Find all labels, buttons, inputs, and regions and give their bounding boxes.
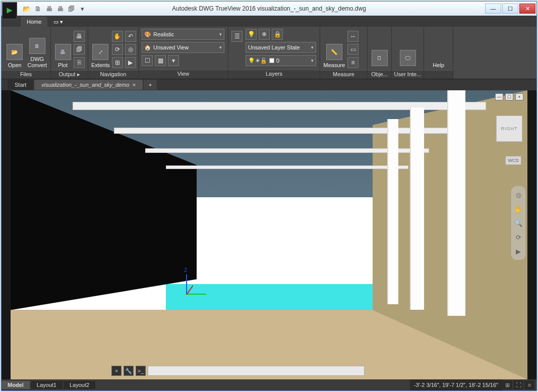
qat-dropdown-icon[interactable]: ▾ [77, 4, 87, 14]
tab-quick-dropdown[interactable]: ▭ ▾ [49, 17, 67, 27]
panel-title-ui[interactable]: User Inte... [392, 70, 424, 79]
view-manager-icon[interactable]: ☐ [142, 55, 153, 66]
object-properties-button[interactable]: 🗒 [371, 29, 388, 68]
tab-new-drawing[interactable]: + [144, 80, 157, 90]
layer-off-icon[interactable]: 💡 [246, 29, 257, 40]
layer-state-dropdown[interactable]: Unsaved Layer State [246, 42, 316, 53]
layer-freeze-icon[interactable]: ❄ [259, 29, 270, 40]
title-bar: 📂 🗎 🖶 🖶 🗐 ▾ Autodesk DWG TrueView 2016 v… [2, 2, 536, 16]
bulb-icon: 💡 [248, 58, 255, 64]
coordinates-readout: -3'-2 3/16", 19'-7 1/2", 18'-2 15/16" [410, 379, 502, 390]
tab-model[interactable]: Model [2, 381, 30, 389]
render-beam [114, 128, 455, 134]
current-layer-dropdown[interactable]: 💡 ☀ 🔓 0 [246, 55, 316, 66]
status-icon-1[interactable]: ⊞ [502, 380, 512, 389]
cmd-close-icon[interactable]: × [111, 366, 122, 376]
render-beam [145, 148, 430, 153]
status-icon-3[interactable]: ≡ [524, 380, 534, 389]
extents-button[interactable]: ⤢Extents [91, 29, 110, 68]
right-gutter [527, 90, 536, 379]
panel-navigation: ⤢Extents ✋ ⟳ ⊞ ↶ ◎ ▶ Navigation [88, 27, 139, 79]
panel-files: 📂Open 🗎DWG Convert Files [2, 27, 51, 79]
panel-title-files: Files [2, 70, 50, 79]
window-title: Autodesk DWG TrueView 2016 visualization… [172, 5, 366, 12]
navigation-bar: ◎ ✋ 🔍 ⟳ ▶ [511, 186, 525, 260]
panel-title-help [424, 70, 453, 79]
window-controls: — ☐ ✕ [485, 4, 536, 14]
status-toggles: ⊞ ⛶ ≡ [502, 380, 536, 389]
nav-wheel-icon[interactable]: ◎ [513, 190, 523, 200]
save-icon[interactable]: 🗎 [33, 4, 43, 14]
export-icon[interactable]: ⎘ [74, 57, 85, 68]
page-setup-icon[interactable]: 🗐 [74, 44, 85, 55]
vp-minimize-icon[interactable]: — [495, 93, 503, 100]
plot-preview-icon[interactable]: 🖶 [55, 4, 65, 14]
panel-title-output[interactable]: Output ▸ [51, 70, 88, 79]
svg-marker-0 [7, 8, 12, 13]
user-interface-button[interactable]: 🖵 [395, 29, 421, 68]
command-input[interactable] [148, 366, 365, 376]
close-button[interactable]: ✕ [519, 4, 535, 14]
print-icon[interactable]: 🖶 [44, 4, 54, 14]
steering-wheel-icon[interactable]: ◎ [125, 44, 136, 55]
orbit-icon[interactable]: ⟳ [112, 44, 123, 55]
properties-icon: 🗒 [372, 50, 388, 66]
vp-maximize-icon[interactable]: ☐ [505, 93, 513, 100]
left-gutter [2, 90, 11, 379]
pan-icon[interactable]: ✋ [112, 31, 123, 42]
open-folder-icon: 📂 [7, 44, 23, 60]
cmd-settings-icon[interactable]: 🔧 [124, 366, 134, 376]
panel-user-interface: 🖵 User Inte... [392, 27, 424, 79]
batch-plot-icon[interactable]: 🖶 [74, 31, 85, 42]
nav-showmotion-icon[interactable]: ▶ [513, 246, 523, 256]
lock-icon: 🔓 [260, 58, 267, 64]
ribbon: 📂Open 🗎DWG Convert Files 🖶Plot 🖶 🗐 ⎘ Out… [2, 27, 536, 79]
area-icon[interactable]: ▭ [347, 44, 358, 55]
layer-color-swatch [269, 58, 274, 63]
visual-style-dropdown[interactable]: 🎨Realistic [142, 29, 224, 40]
render-column [410, 107, 424, 310]
tab-drawing-active[interactable]: visualization_-_sun_and_sky_demo × [34, 80, 143, 90]
plot-button[interactable]: 🖶Plot [54, 29, 72, 68]
drawing-canvas[interactable]: Z — ☐ × RIGHT WCS ◎ ✋ 🔍 ⟳ ▶ × 🔧 >_ [11, 90, 527, 379]
open-icon[interactable]: 📂 [22, 4, 32, 14]
nav-zoom-icon[interactable]: 🔍 [513, 218, 523, 228]
viewport-area: Z — ☐ × RIGHT WCS ◎ ✋ 🔍 ⟳ ▶ × 🔧 >_ [2, 90, 536, 379]
layer-lock-icon[interactable]: 🔒 [272, 29, 283, 40]
view-icon: 🏠 [144, 44, 151, 51]
help-button[interactable]: Help [427, 29, 450, 68]
zoom-window-icon[interactable]: ⊞ [112, 57, 123, 68]
vp-close-icon[interactable]: × [515, 93, 523, 100]
open-button[interactable]: 📂Open [5, 29, 25, 68]
view-cube[interactable]: RIGHT [496, 116, 522, 142]
status-icon-2[interactable]: ⛶ [513, 380, 523, 389]
render-column [447, 90, 465, 316]
app-menu-button[interactable] [2, 2, 17, 19]
layer-properties-icon[interactable]: ☰ [231, 31, 243, 42]
tab-start[interactable]: Start [8, 80, 33, 90]
nav-pan-icon[interactable]: ✋ [513, 204, 523, 214]
zoom-previous-icon[interactable]: ↶ [125, 31, 136, 42]
minimize-button[interactable]: — [485, 4, 501, 14]
list-icon[interactable]: ≡ [347, 57, 358, 68]
publish-icon[interactable]: 🗐 [66, 4, 76, 14]
named-view-dropdown[interactable]: 🏠Unsaved View [142, 42, 224, 53]
view-more-icon[interactable]: ▾ [168, 55, 179, 66]
measure-button[interactable]: 📏Measure [323, 29, 345, 68]
tab-layout1[interactable]: Layout1 [31, 381, 63, 389]
distance-icon[interactable]: ↔ [347, 31, 358, 42]
nav-orbit-icon[interactable]: ⟳ [513, 232, 523, 242]
dwg-convert-button[interactable]: 🗎DWG Convert [27, 29, 48, 68]
cmd-prompt-icon[interactable]: >_ [136, 366, 146, 376]
tab-home[interactable]: Home [21, 17, 47, 27]
wcs-label[interactable]: WCS [505, 156, 521, 165]
maximize-button[interactable]: ☐ [502, 4, 518, 14]
tab-close-icon[interactable]: × [133, 82, 136, 88]
panel-output: 🖶Plot 🖶 🗐 ⎘ Output ▸ [51, 27, 88, 79]
viewport-config-icon[interactable]: ▦ [155, 55, 166, 66]
application-window: 📂 🗎 🖶 🖶 🗐 ▾ Autodesk DWG TrueView 2016 v… [1, 1, 537, 391]
panel-measure: 📏Measure ↔ ▭ ≡ Measure [320, 27, 368, 79]
panel-title-objprops[interactable]: Obje... [368, 70, 391, 79]
tab-layout2[interactable]: Layout2 [64, 381, 95, 389]
showmotion-icon[interactable]: ▶ [125, 57, 136, 68]
